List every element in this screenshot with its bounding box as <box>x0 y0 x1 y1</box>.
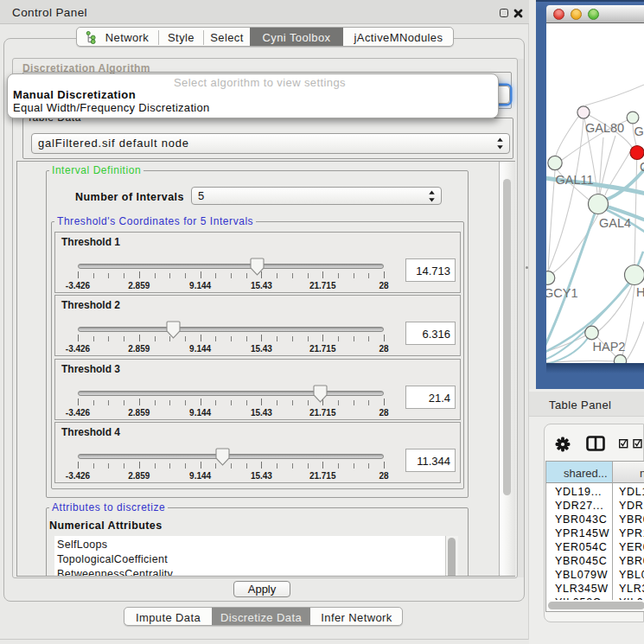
svg-text:C: C <box>640 160 644 174</box>
svg-text:GAL11: GAL11 <box>556 173 594 187</box>
svg-text:GAL80: GAL80 <box>585 121 624 135</box>
svg-text:GAL4: GAL4 <box>599 216 631 230</box>
svg-text:G.: G. <box>634 124 644 138</box>
svg-text:GCY1: GCY1 <box>546 286 578 300</box>
svg-text:H: H <box>636 285 644 299</box>
svg-text:HAP2: HAP2 <box>593 340 626 354</box>
